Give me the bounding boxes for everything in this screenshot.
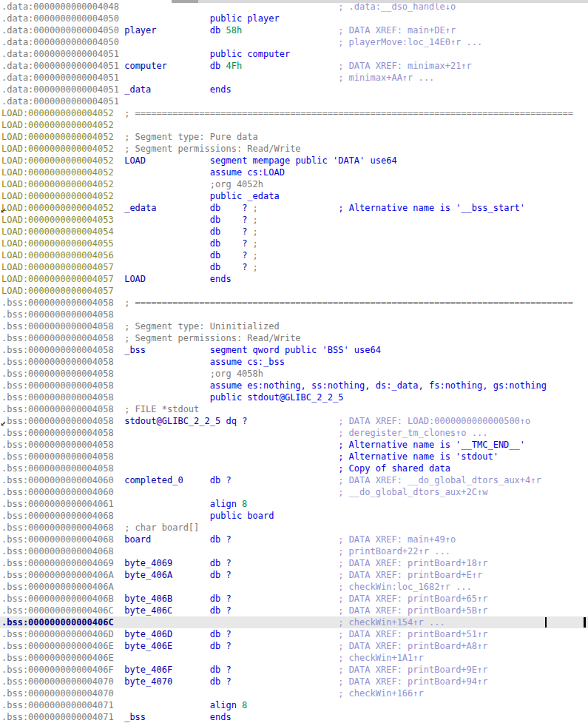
spacing xyxy=(114,558,124,568)
asm-line[interactable]: LOAD:0000000000004055 db ? ; xyxy=(0,238,588,249)
asm-line[interactable]: .bss:0000000000004058 ; Segment permissi… xyxy=(0,332,588,344)
asm-line[interactable]: .bss:000000000000406B byte_406B db ? ; D… xyxy=(0,593,588,605)
xref-comment: ; DATA XREF: minimax+21↑r xyxy=(338,61,472,71)
asm-line[interactable]: .bss:0000000000004058 ; FILE *stdout xyxy=(0,403,588,415)
asm-line[interactable]: .bss:0000000000004058 ; Copy of shared d… xyxy=(0,463,588,474)
spacing xyxy=(114,570,124,580)
asm-line[interactable]: .bss:0000000000004058 ; ================… xyxy=(0,297,588,309)
asm-line[interactable]: .bss:000000000000406A ; checkWin:loc_168… xyxy=(0,581,588,593)
address-label: LOAD:0000000000004057 xyxy=(1,274,114,284)
asm-line[interactable]: .bss:000000000000406E ; checkWin+1A1↑r xyxy=(0,652,588,664)
symbol-name: ? xyxy=(220,558,231,568)
asm-line[interactable]: .bss:0000000000004058 assume es:nothing,… xyxy=(0,380,588,391)
asm-line[interactable]: .bss:0000000000004058 public stdout@GLIB… xyxy=(0,391,588,403)
comment-text: ; ======================================… xyxy=(124,297,573,308)
asm-line[interactable]: LOAD:0000000000004053 db ? ; xyxy=(0,214,588,226)
asm-line[interactable]: .bss:0000000000004058 _bss segment qword… xyxy=(0,344,588,356)
symbol-name: byte_406D xyxy=(124,629,172,639)
asm-line[interactable]: .data:0000000000004051 _data ends xyxy=(0,84,588,95)
asm-line[interactable]: .data:0000000000004051 xyxy=(0,95,588,107)
asm-line[interactable]: .bss:000000000000406E byte_406E db ? ; D… xyxy=(0,640,588,652)
asm-line[interactable]: LOAD:0000000000004057 db ? ; xyxy=(0,261,588,273)
spacing xyxy=(232,605,339,616)
asm-line[interactable]: .bss:000000000000406D byte_406D db ? ; D… xyxy=(0,628,588,640)
asm-line[interactable]: .bss:0000000000004061 align 8 xyxy=(0,498,588,510)
disassembly-listing[interactable]: .data:0000000000004048 ; .data:__dso_han… xyxy=(0,0,588,723)
asm-line[interactable]: .bss:0000000000004058 xyxy=(0,309,588,320)
address-label: .bss:000000000000406C xyxy=(1,617,114,628)
asm-line[interactable]: .bss:0000000000004071 align 8 xyxy=(0,699,588,711)
asm-line[interactable]: .bss:0000000000004058 stdout@GLIBC_2_2_5… xyxy=(0,415,588,427)
symbol-name: ? xyxy=(220,570,231,580)
xref-arrow-icon xyxy=(0,418,6,424)
asm-line[interactable]: .data:0000000000004051 public computer xyxy=(0,48,588,60)
asm-line[interactable]: LOAD:0000000000004052 LOAD segment mempa… xyxy=(0,155,588,167)
asm-line[interactable]: LOAD:0000000000004056 db ? ; xyxy=(0,249,588,261)
asm-line[interactable]: LOAD:0000000000004052 assume cs:LOAD xyxy=(0,167,588,178)
asm-line[interactable]: LOAD:0000000000004052 ; Segment type: Pu… xyxy=(0,131,588,143)
asm-line[interactable]: .data:0000000000004050 player db 58h ; D… xyxy=(0,24,588,36)
asm-line[interactable]: LOAD:0000000000004052 _edata db ? ; ; Al… xyxy=(0,202,588,214)
asm-line[interactable]: .bss:0000000000004060 completed_0 db ? ;… xyxy=(0,474,588,486)
text-caret xyxy=(545,617,547,628)
asm-line[interactable]: .bss:0000000000004058 ; Alternative name… xyxy=(0,439,588,451)
asm-line[interactable]: .bss:0000000000004060 ; __do_global_dtor… xyxy=(0,486,588,498)
asm-line[interactable]: .bss:0000000000004058 ; deregister_tm_cl… xyxy=(0,427,588,439)
asm-line[interactable]: .bss:0000000000004058 assume cs:_bss xyxy=(0,356,588,368)
asm-line[interactable]: .bss:000000000000406F byte_406F db ? ; D… xyxy=(0,664,588,676)
asm-line[interactable]: .data:0000000000004050 public player xyxy=(0,13,588,24)
asm-line[interactable]: .bss:0000000000004069 byte_4069 db ? ; D… xyxy=(0,557,588,569)
address-label: .bss:0000000000004058 xyxy=(1,309,114,320)
asm-line[interactable]: .bss:0000000000004068 public board xyxy=(0,510,588,522)
scrollbar-thumb[interactable] xyxy=(172,0,198,3)
address-label: .bss:0000000000004068 xyxy=(1,534,114,545)
spacing xyxy=(114,487,338,497)
symbol-name: ? xyxy=(220,475,231,485)
asm-line[interactable]: .data:0000000000004050 ; playerMove:loc_… xyxy=(0,36,588,48)
asm-line[interactable]: .bss:0000000000004058 ; Alternative name… xyxy=(0,451,588,463)
asm-line[interactable]: .bss:0000000000004070 byte_4070 db ? ; D… xyxy=(0,676,588,687)
asm-line[interactable]: .bss:0000000000004071 _bss ends xyxy=(0,711,588,723)
asm-line[interactable]: .bss:0000000000004068 ; char board[] xyxy=(0,522,588,534)
asm-line[interactable]: .bss:0000000000004070 ; checkWin+166↑r xyxy=(0,687,588,699)
asm-line-selected[interactable]: .bss:000000000000406C ; checkWin+154↑r .… xyxy=(0,616,588,628)
asm-line[interactable]: LOAD:0000000000004052 public _edata xyxy=(0,190,588,202)
asm-keyword: segment mempage public 'DATA' use64 xyxy=(210,155,397,166)
asm-line[interactable]: LOAD:0000000000004052 ; Segment permissi… xyxy=(0,143,588,155)
address-label: .bss:0000000000004058 xyxy=(1,451,114,462)
asm-keyword: db xyxy=(210,262,220,272)
asm-line[interactable]: .bss:0000000000004058 ; Segment type: Un… xyxy=(0,320,588,332)
asm-line[interactable]: LOAD:0000000000004057 xyxy=(0,285,588,297)
asm-keyword: assume cs:LOAD xyxy=(210,167,285,178)
spacing xyxy=(146,712,210,722)
address-label: .bss:0000000000004058 xyxy=(1,463,114,474)
top-scrollbar[interactable] xyxy=(172,0,588,3)
asm-line[interactable]: LOAD:0000000000004052 ; ================… xyxy=(0,107,588,119)
asm-line[interactable]: LOAD:0000000000004054 db ? ; xyxy=(0,226,588,238)
spacing xyxy=(220,215,242,225)
spacing xyxy=(114,428,338,438)
asm-line[interactable]: LOAD:0000000000004057 LOAD ends xyxy=(0,273,588,285)
asm-keyword: segment qword public 'BSS' use64 xyxy=(210,345,381,355)
symbol-name: ? xyxy=(220,534,231,545)
xref-comment: ; DATA XREF: printBoard+5B↑r xyxy=(338,605,487,616)
asm-line[interactable]: .bss:0000000000004068 ; printBoard+22↑r … xyxy=(0,545,588,557)
asm-line[interactable]: .data:0000000000004051 computer db 4Fh ;… xyxy=(0,60,588,72)
spacing xyxy=(114,203,124,213)
asm-line[interactable]: .bss:0000000000004068 board db ? ; DATA … xyxy=(0,534,588,545)
asm-line[interactable]: .data:0000000000004051 ; minimax+AA↑r ..… xyxy=(0,72,588,84)
asm-line[interactable]: .bss:000000000000406A byte_406A db ? ; D… xyxy=(0,569,588,581)
spacing xyxy=(114,321,124,332)
comment-text: ; xyxy=(247,215,257,225)
asm-line[interactable]: LOAD:0000000000004052 xyxy=(0,119,588,131)
address-label: .data:0000000000004050 xyxy=(1,13,119,24)
spacing xyxy=(172,605,210,616)
comment-text: ; char board[] xyxy=(124,522,199,533)
spacing xyxy=(220,238,242,249)
asm-line[interactable]: .bss:000000000000406C byte_406C db ? ; D… xyxy=(0,605,588,616)
spacing xyxy=(146,155,210,166)
address-label: .data:0000000000004051 xyxy=(1,61,119,71)
spacing xyxy=(220,250,242,260)
asm-line[interactable]: .bss:0000000000004058 ;org 4058h xyxy=(0,368,588,380)
asm-line[interactable]: LOAD:0000000000004052 ;org 4052h xyxy=(0,178,588,190)
